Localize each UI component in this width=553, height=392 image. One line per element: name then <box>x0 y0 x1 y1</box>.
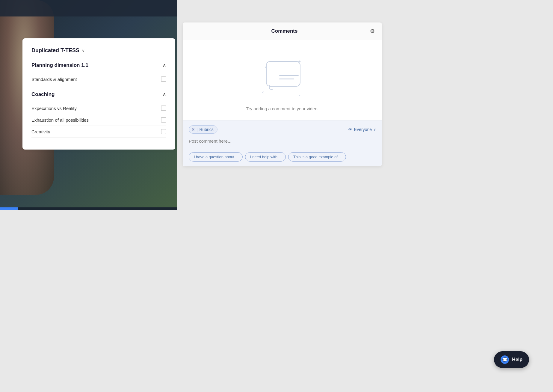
exhaustion-possibilities-label: Exhaustion of all possibilities <box>31 117 89 123</box>
visibility-selector[interactable]: 👁 Everyone ∨ <box>348 127 376 132</box>
bubble-line-1 <box>279 75 299 76</box>
creativity-item: Creativity <box>31 126 166 138</box>
suggestion-button-2[interactable]: This is a good example of... <box>288 152 346 162</box>
rubric-title-row[interactable]: Duplicated T-TESS ∨ <box>31 47 166 54</box>
planning-section-header[interactable]: Planning dimension 1.1 ∧ <box>31 62 166 69</box>
visibility-chevron-icon: ∨ <box>374 128 376 132</box>
rubric-title-text: Duplicated T-TESS <box>31 47 79 54</box>
creativity-label: Creativity <box>31 129 50 134</box>
cursor-icon: | <box>197 127 197 132</box>
bubble-lines <box>279 75 299 79</box>
bubble-line-2 <box>279 79 294 79</box>
rubrics-tag-label: Rubrics <box>199 127 213 132</box>
comments-panel: Comments ⚙ + ✕ ✕ • Try adding a comment … <box>183 22 382 166</box>
gear-icon[interactable]: ⚙ <box>370 28 375 34</box>
exhaustion-possibilities-item: Exhaustion of all possibilities <box>31 114 166 126</box>
help-circle-icon: 💬 <box>501 355 509 364</box>
comments-header: Comments ⚙ <box>183 22 382 40</box>
deco-dot-bl: ✕ <box>262 91 264 94</box>
suggestion-button-0[interactable]: I have a question about... <box>189 152 243 162</box>
comment-textarea[interactable] <box>189 137 376 147</box>
standards-alignment-checkbox[interactable] <box>161 76 166 82</box>
comment-input-area: ✕ | Rubrics 👁 Everyone ∨ I have a questi… <box>183 120 382 166</box>
suggestion-buttons-container: I have a question about... I need help w… <box>189 152 376 162</box>
comments-title: Comments <box>199 28 370 34</box>
empty-state-text: Try adding a comment to your video. <box>246 106 319 111</box>
visibility-label: Everyone <box>354 127 372 132</box>
comments-empty-state: + ✕ ✕ • Try adding a comment to your vid… <box>183 40 382 120</box>
rubrics-tag-row: ✕ | Rubrics 👁 Everyone ∨ <box>189 125 376 134</box>
left-rubric-panel: Duplicated T-TESS ∨ Planning dimension 1… <box>22 38 175 150</box>
creativity-checkbox[interactable] <box>161 129 166 134</box>
help-label: Help <box>512 357 522 362</box>
help-button[interactable]: 💬 Help <box>494 351 529 368</box>
planning-section-title: Planning dimension 1.1 <box>31 62 88 68</box>
empty-state-illustration: + ✕ ✕ • <box>259 55 306 100</box>
coaching-section-header[interactable]: Coaching ∧ <box>31 91 166 98</box>
bubble-tail <box>269 85 273 90</box>
suggestion-button-1[interactable]: I need help with... <box>245 152 286 162</box>
deco-dot-tl: ✕ <box>265 66 267 69</box>
exhaustion-possibilities-checkbox[interactable] <box>161 117 166 123</box>
coaching-section-title: Coaching <box>31 91 55 97</box>
rubrics-close-icon[interactable]: ✕ <box>191 127 195 132</box>
coaching-chevron-icon[interactable]: ∧ <box>162 91 166 98</box>
expectations-reality-label: Expecations vs Reality <box>31 106 77 111</box>
expectations-reality-checkbox[interactable] <box>161 105 166 111</box>
rubrics-tag[interactable]: ✕ | Rubrics <box>189 125 217 134</box>
deco-dot-br: • <box>299 94 300 97</box>
rubric-dropdown-arrow: ∨ <box>82 48 85 53</box>
expectations-reality-item: Expecations vs Reality <box>31 102 166 114</box>
standards-alignment-item: Standards & alignment <box>31 73 166 85</box>
eye-icon: 👁 <box>348 127 352 132</box>
planning-chevron-icon[interactable]: ∧ <box>162 62 166 69</box>
speech-bubble-main <box>266 61 300 87</box>
standards-alignment-label: Standards & alignment <box>31 77 77 82</box>
